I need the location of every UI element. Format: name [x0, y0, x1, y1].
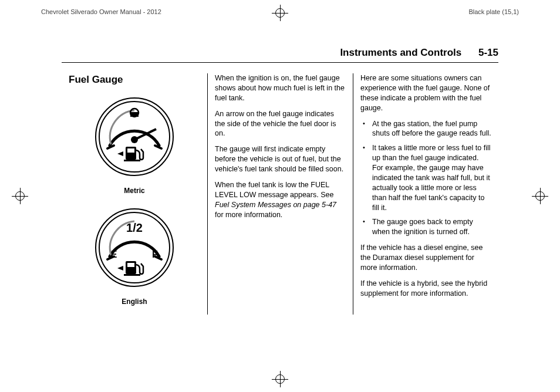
- para-low-fuel-a: When the fuel tank is low the FUEL LEVEL…: [215, 181, 333, 199]
- column-1: Fuel Gauge: [62, 73, 207, 315]
- registration-mark-bottom: [272, 371, 288, 387]
- para-ignition: When the ignition is on, the fuel gauge …: [215, 73, 346, 103]
- columns: Fuel Gauge: [62, 73, 498, 315]
- para-diesel: If the vehicle has a diesel engine, see …: [360, 243, 491, 273]
- header-right: Black plate (15,1): [468, 8, 519, 15]
- section-heading: Fuel Gauge: [69, 73, 200, 87]
- situations-list: At the gas station, the fuel pump shuts …: [360, 119, 491, 238]
- gauge-empty-label: E: [111, 249, 117, 259]
- svg-rect-18: [124, 274, 140, 276]
- caption-metric: Metric: [69, 186, 200, 195]
- svg-rect-9: [127, 148, 134, 153]
- column-2: When the ignition is on, the fuel gauge …: [207, 73, 353, 315]
- running-head: Instruments and Controls 5-15: [62, 47, 498, 63]
- svg-point-7: [131, 136, 138, 143]
- svg-rect-17: [127, 263, 134, 267]
- fuel-gauge-english-icon: 1/2 E F: [90, 204, 178, 292]
- gauge-half-label: 1/2: [126, 221, 143, 234]
- registration-mark-right: [532, 188, 548, 204]
- para-situations-intro: Here are some situations owners can expe…: [360, 73, 491, 113]
- page-body: Instruments and Controls 5-15 Fuel Gauge: [62, 47, 498, 315]
- header-left: Chevrolet Silverado Owner Manual - 2012: [41, 8, 161, 15]
- page-number: 5-15: [478, 47, 498, 58]
- figure-english-gauge: 1/2 E F: [69, 204, 200, 295]
- para-low-fuel-c: for more information.: [215, 211, 282, 219]
- svg-marker-11: [117, 151, 123, 156]
- para-empty: The gauge will first indicate empty befo…: [215, 144, 346, 174]
- xref-fuel-messages: Fuel System Messages on page 5-47: [215, 201, 336, 209]
- svg-marker-19: [117, 266, 123, 271]
- list-item: The gauge goes back to empty when the ig…: [360, 217, 491, 237]
- fuel-gauge-metric-icon: [90, 93, 178, 181]
- list-item: At the gas station, the fuel pump shuts …: [360, 119, 491, 139]
- para-hybrid: If the vehicle is a hybrid, see the hybr…: [360, 279, 491, 299]
- column-3: Here are some situations owners can expe…: [353, 73, 498, 315]
- para-arrow: An arrow on the fuel gauge indicates the…: [215, 109, 346, 139]
- list-item: It takes a little more or less fuel to f…: [360, 143, 491, 212]
- figure-metric-gauge: [69, 93, 200, 184]
- running-head-title: Instruments and Controls: [340, 47, 461, 58]
- svg-rect-10: [124, 160, 140, 161]
- caption-english: English: [69, 297, 200, 306]
- svg-rect-5: [130, 112, 139, 117]
- gauge-full-label: F: [152, 249, 158, 259]
- para-low-fuel: When the fuel tank is low the FUEL LEVEL…: [215, 180, 346, 220]
- registration-mark-left: [12, 188, 28, 204]
- print-header: Chevrolet Silverado Owner Manual - 2012 …: [41, 8, 519, 15]
